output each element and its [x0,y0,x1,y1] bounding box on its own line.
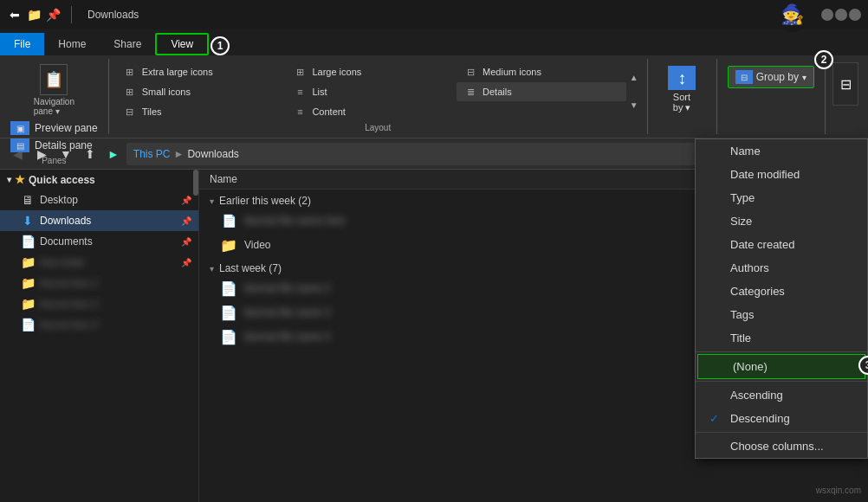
scroll-up[interactable]: ▲ [630,74,638,82]
back-quick-icon[interactable]: ⬅ [7,7,23,23]
groupby-categories-label: Categories [730,285,785,298]
file-icon-blurred-1: 📄 [220,212,237,229]
layout-group-label: Layout [116,121,640,134]
star-icon: ★ [15,173,25,186]
groupby-item-ascending[interactable]: Ascending [696,383,867,407]
file-name-blurred-1: blurred file name here [244,215,346,227]
groupby-item-title[interactable]: Title [696,326,867,350]
preview-pane-label: Preview pane [35,122,98,134]
large-icon: ⊞ [291,65,308,79]
sidebar-item-documents[interactable]: 📄 Documents 📌 [0,231,198,252]
documents-pin: 📌 [181,237,191,247]
sidebar-item-quick-access[interactable]: ▾ ★ Quick access [0,170,198,190]
sidebar-item-blurred-1[interactable]: 📁 New folder 📌 [0,252,198,273]
group-chevron-2: ▾ [210,264,214,274]
groupby-section: ⊟ Group by ▾ 2 [717,59,825,134]
preview-pane-btn[interactable]: ▣ Preview pane [7,119,101,137]
groupby-label: Group by [756,71,799,83]
tab-view[interactable]: View [155,33,209,55]
groupby-name-label: Name [730,145,761,158]
file-name-blurred-3: blurred file name 3 [244,306,330,319]
layout-medium[interactable]: ⊟ Medium icons [457,62,626,81]
groupby-item-categories[interactable]: Categories [696,280,867,303]
groupby-date-modified-label: Date modified [730,168,800,181]
groupby-descending-label: Descending [730,412,790,425]
medium-icon: ⊟ [462,65,479,79]
groupby-type-label: Type [730,191,755,204]
blurred-label-1: New folder [40,257,86,267]
groupby-date-created-label: Date created [730,238,794,251]
ribbon: 📋 Navigationpane ▾ ▣ Preview pane ▤ Deta… [0,55,868,138]
avatar: 🧙 [774,0,809,32]
sidebar-item-blurred-2[interactable]: 📁 blurred item 2 [0,273,198,293]
extra-ribbon-icon: ⊟ [832,62,858,106]
chevron-down: ▾ [7,175,11,184]
groupby-item-date-created[interactable]: Date created [696,233,867,256]
list-icon: ≡ [291,85,308,99]
close-btn[interactable] [849,9,861,21]
badge-3: 3 [858,356,868,375]
groupby-item-date-modified[interactable]: Date modified [696,163,867,186]
sidebar: ▾ ★ Quick access 🖥 Desktop 📌 ⬇ Downloads… [0,170,199,502]
groupby-item-choose-columns[interactable]: Choose columns... [696,434,867,458]
tab-file[interactable]: File [0,33,44,55]
watermark: wsxqin.com [816,486,861,495]
blurred-label-4: blurred item 4 [40,319,98,330]
layout-tiles[interactable]: ⊟ Tiles [116,102,286,121]
groupby-button[interactable]: ⊟ Group by ▾ [728,66,814,88]
preview-pane-icon: ▣ [10,121,29,135]
maximize-btn[interactable] [835,9,847,21]
groupby-arrow: ▾ [802,73,806,82]
documents-icon: 📄 [21,235,35,248]
groupby-size-label: Size [730,215,752,228]
group-label-2: Last week (7) [219,262,282,274]
sidebar-item-downloads[interactable]: ⬇ Downloads 📌 [0,210,198,231]
pin-icon[interactable]: 📌 [45,7,61,23]
groupby-none-label: (None) [733,360,768,373]
sort-by-btn[interactable]: ↕ Sortby ▾ [655,62,709,117]
path-this-pc: This PC [133,148,171,160]
panes-group-label: Panes [7,154,101,167]
scroll-down[interactable]: ▼ [630,101,638,110]
groupby-item-none[interactable]: (None) 3 [697,354,865,379]
layout-large[interactable]: ⊞ Large icons [286,62,456,81]
ribbon-tabs: File Home Share View 1 [0,29,868,55]
layout-details[interactable]: ≣ Details [457,82,626,101]
layout-small[interactable]: ⊞ Small icons [116,82,286,101]
sidebar-item-blurred-3[interactable]: 📁 blurred item 3 [0,293,198,314]
tab-share[interactable]: Share [100,33,155,55]
address-path[interactable]: This PC ► Downloads [126,143,702,165]
path-sep-1: ► [174,148,185,160]
minimize-btn[interactable] [821,9,833,21]
groupby-item-size[interactable]: Size [696,209,867,233]
details-pane-btn[interactable]: ▤ Details pane [7,137,101,154]
file-icon-blurred-4: 📄 [220,328,237,345]
folder-icon-1: 📁 [21,255,35,269]
quick-access-label: Quick access [29,174,95,186]
sort-icon: ↕ [668,66,696,90]
file-name-blurred-2: blurred file name 2 [244,282,330,294]
layout-list[interactable]: ≡ List [286,82,456,101]
groupby-item-tags[interactable]: Tags [696,303,867,326]
groupby-ascending-label: Ascending [730,389,783,402]
sort-label: Sortby ▾ [673,92,691,113]
groupby-item-descending[interactable]: ✓ Descending [696,407,867,430]
groupby-item-authors[interactable]: Authors [696,256,867,280]
blurred-pin-1: 📌 [181,258,191,267]
groupby-item-type[interactable]: Type [696,186,867,209]
sidebar-item-blurred-4[interactable]: 📄 blurred item 4 [0,314,198,335]
groupby-tags-label: Tags [730,308,754,321]
layout-extra-large[interactable]: ⊞ Extra large icons [116,62,286,81]
sidebar-item-desktop[interactable]: 🖥 Desktop 📌 [0,190,198,210]
file-icon-video: 📁 [220,236,237,254]
groupby-item-name[interactable]: Name [696,139,867,163]
folder-icon[interactable]: 📁 [26,7,42,23]
tab-home[interactable]: Home [44,33,100,55]
titlebar-title: Downloads [87,9,139,21]
navigation-pane-btn[interactable]: 📋 Navigationpane ▾ [7,62,101,118]
sidebar-scrollbar[interactable] [193,170,198,196]
path-arrow-icon: ► [107,147,120,161]
column-name: Name [210,173,237,185]
layout-content[interactable]: ≡ Content [286,102,456,121]
extra-large-icon: ⊞ [121,65,139,79]
